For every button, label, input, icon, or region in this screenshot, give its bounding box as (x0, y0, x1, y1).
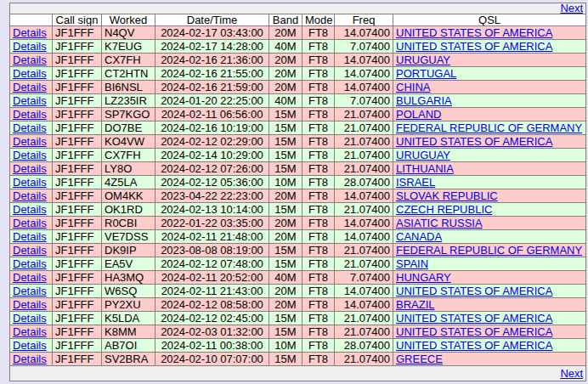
details-link[interactable]: Details (13, 244, 47, 257)
header-worked: Worked (102, 14, 155, 26)
worked-cell: LY8O (102, 162, 155, 176)
qsl-country-link[interactable]: SLOVAK REPUBLIC (396, 189, 498, 202)
details-cell: Details (10, 26, 53, 40)
header-freq: Freq (335, 14, 393, 26)
mode-cell: FT8 (302, 244, 335, 257)
qsl-country-link[interactable]: UNITED STATES OF AMERICA (396, 26, 552, 39)
freq-cell: 21.07400 (335, 353, 393, 366)
pagination-row-top: Next (10, 3, 586, 14)
table-row: DetailsJF1FFFKO4VW2024-02-12 02:29:0015M… (10, 135, 586, 149)
date-time-cell: 2024-02-12 08:58:00 (155, 298, 269, 312)
details-link[interactable]: Details (13, 26, 47, 39)
details-link[interactable]: Details (13, 81, 47, 93)
qsl-country-link[interactable]: LITHUANIA (396, 162, 454, 175)
qsl-country-link[interactable]: CZECH REPUBLIC (396, 203, 492, 216)
details-link[interactable]: Details (13, 67, 47, 80)
details-link[interactable]: Details (13, 353, 47, 365)
freq-cell: 14.07400 (335, 217, 393, 230)
qsl-cell: SLOVAK REPUBLIC (393, 189, 586, 203)
qsl-country-link[interactable]: UNITED STATES OF AMERICA (396, 135, 552, 148)
details-cell: Details (10, 149, 53, 162)
details-cell: Details (10, 353, 53, 366)
qsl-country-link[interactable]: BULGARIA (396, 94, 452, 107)
qsl-country-link[interactable]: SPAIN (396, 257, 428, 270)
details-cell: Details (10, 285, 53, 298)
details-link[interactable]: Details (13, 285, 47, 297)
table-row: DetailsJF1FFFDO7BE2024-02-16 10:19:0015M… (10, 121, 586, 135)
qsl-country-link[interactable]: FEDERAL REPUBLIC OF GERMANY (396, 121, 582, 134)
details-link[interactable]: Details (13, 271, 47, 284)
qsl-country-link[interactable]: PORTUGAL (396, 67, 456, 80)
details-link[interactable]: Details (13, 176, 47, 189)
details-cell: Details (10, 325, 53, 339)
freq-cell: 7.07400 (335, 94, 393, 108)
details-link[interactable]: Details (13, 230, 47, 243)
call-sign-cell: JF1FFF (53, 285, 102, 298)
table-row: DetailsJF1FFFSP7KGO2024-02-11 06:56:0015… (10, 108, 586, 121)
qsl-cell: HUNGARY (393, 271, 586, 285)
page: Next Call sign Worked Date/Time Band Mod… (0, 0, 588, 384)
qsl-country-link[interactable]: HUNGARY (396, 271, 451, 284)
details-link[interactable]: Details (13, 40, 47, 53)
mode-cell: FT8 (302, 298, 335, 312)
worked-cell: K7EUG (102, 40, 155, 54)
band-cell: 20M (269, 217, 302, 230)
qsl-cell: UNITED STATES OF AMERICA (393, 312, 586, 325)
qsl-country-link[interactable]: UNITED STATES OF AMERICA (396, 325, 552, 338)
band-cell: 15M (269, 257, 302, 271)
details-link[interactable]: Details (13, 149, 47, 161)
qsl-country-link[interactable]: UNITED STATES OF AMERICA (396, 40, 552, 53)
details-link[interactable]: Details (13, 189, 47, 202)
table-row: DetailsJF1FFFCX7FH2024-02-16 21:36:0020M… (10, 54, 586, 67)
qsl-country-link[interactable]: FEDERAL REPUBLIC OF GERMANY (396, 244, 582, 257)
qsl-country-link[interactable]: UNITED STATES OF AMERICA (396, 339, 552, 352)
details-link[interactable]: Details (13, 121, 47, 134)
next-link-bottom[interactable]: Next (560, 367, 583, 380)
qsl-country-link[interactable]: ISRAEL (396, 176, 435, 189)
details-link[interactable]: Details (13, 312, 47, 325)
qsl-cell: ASIATIC RUSSIA (393, 217, 586, 230)
qsl-country-link[interactable]: URUGUAY (396, 149, 450, 161)
date-time-cell: 2024-02-16 10:19:00 (155, 121, 269, 135)
qsl-country-link[interactable]: POLAND (396, 108, 441, 121)
call-sign-cell: JF1FFF (53, 40, 102, 54)
details-link[interactable]: Details (13, 135, 47, 148)
qsl-country-link[interactable]: CANADA (396, 230, 442, 243)
freq-cell: 21.07400 (335, 108, 393, 121)
table-row: DetailsJF1FFFK8MM2024-02-03 01:32:0015MF… (10, 325, 586, 339)
qsl-cell: BULGARIA (393, 94, 586, 108)
details-link[interactable]: Details (13, 108, 47, 121)
details-link[interactable]: Details (13, 54, 47, 66)
date-time-cell: 2024-02-12 05:36:00 (155, 176, 269, 189)
freq-cell: 21.07400 (335, 257, 393, 271)
date-time-cell: 2024-02-16 21:36:00 (155, 54, 269, 67)
table-row: DetailsJF1FFFOK1RD2024-02-13 10:14:0015M… (10, 203, 586, 217)
qsl-country-link[interactable]: CHINA (396, 81, 430, 93)
qsl-cell: UNITED STATES OF AMERICA (393, 40, 586, 54)
table-row: DetailsJF1FFFBI6NSL2024-02-16 21:59:0020… (10, 81, 586, 94)
qsl-country-link[interactable]: UNITED STATES OF AMERICA (396, 312, 552, 325)
details-link[interactable]: Details (13, 298, 47, 311)
qsl-country-link[interactable]: GREECE (396, 353, 443, 365)
call-sign-cell: JF1FFF (53, 298, 102, 312)
qsl-country-link[interactable]: ASIATIC RUSSIA (396, 217, 483, 229)
details-link[interactable]: Details (13, 257, 47, 270)
details-link[interactable]: Details (13, 94, 47, 107)
call-sign-cell: JF1FFF (53, 203, 102, 217)
mode-cell: FT8 (302, 353, 335, 366)
qsl-country-link[interactable]: BRAZIL (396, 298, 435, 311)
freq-cell: 21.07400 (335, 149, 393, 162)
details-link[interactable]: Details (13, 325, 47, 338)
details-link[interactable]: Details (13, 203, 47, 216)
worked-cell: DK9IP (102, 244, 155, 257)
details-link[interactable]: Details (13, 162, 47, 175)
details-link[interactable]: Details (13, 217, 47, 229)
worked-cell: 4Z5LA (102, 176, 155, 189)
worked-cell: KO4VW (102, 135, 155, 149)
qsl-country-link[interactable]: URUGUAY (396, 54, 450, 66)
qsl-country-link[interactable]: UNITED STATES OF AMERICA (396, 285, 552, 297)
next-link-top[interactable]: Next (560, 3, 583, 14)
details-link[interactable]: Details (13, 339, 47, 352)
table-row: DetailsJF1FFFLZ235IR2024-01-20 22:25:004… (10, 94, 586, 108)
table-row: DetailsJF1FFFR0CBI2022-01-22 03:35:0020M… (10, 217, 586, 230)
